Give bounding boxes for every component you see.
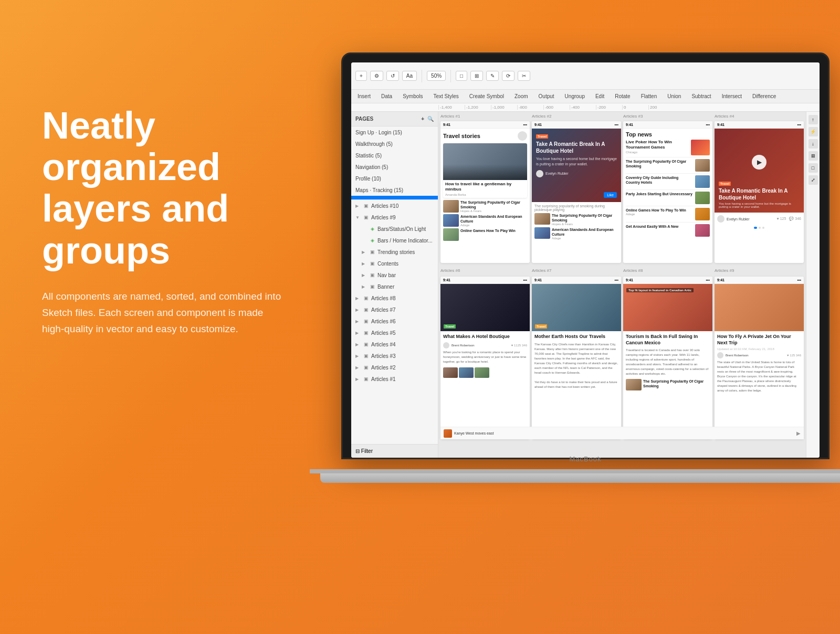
layer-articles-2-label: Articles #2	[371, 365, 434, 371]
right-icon-5[interactable]: □	[808, 163, 818, 173]
bottom-author-4: Brent Robertson	[726, 354, 749, 357]
play-btn-4[interactable]: ▶	[752, 155, 766, 170]
page-item-navigation[interactable]: Navigation (5)	[351, 161, 438, 173]
toolbar-insert-btn[interactable]: +	[355, 71, 367, 81]
news-title-3c: Coventry City Guide Including Country Ho…	[626, 175, 694, 185]
layer-navbar[interactable]: ▶ ▣ Nav bar	[351, 269, 438, 281]
page-item-statistic[interactable]: Statistic (5)	[351, 150, 438, 161]
group-icon-9: ▣	[363, 214, 369, 220]
layer-articles-7[interactable]: ▶ ▣ Articles #7	[351, 304, 438, 315]
bottom-status-3: 9:41 ▪▪▪	[623, 277, 712, 284]
toolbar-scissors-btn[interactable]: ✂	[518, 71, 530, 81]
menu-zoom[interactable]: Zoom	[512, 92, 530, 100]
pages-label: PAGES	[355, 116, 373, 122]
menu-rotate[interactable]: Rotate	[613, 92, 632, 100]
time-3: 9:41	[626, 123, 633, 126]
layer-articles-1[interactable]: ▶ ▣ Articles #1	[351, 373, 438, 385]
featured-title-2: Take A Romantic Break In A Boutique Hote…	[536, 141, 617, 154]
page-item-articles[interactable]: Articles (10)	[351, 196, 438, 200]
menu-intersect[interactable]: Intersect	[720, 92, 744, 100]
bottom-hero-1: Travel	[440, 284, 530, 331]
small-content-3: The Surprising Popularity Of Cigar Smoki…	[643, 379, 710, 390]
layer-bars-home[interactable]: ◈ Bars / Home Indicator...	[351, 235, 438, 246]
menu-ungroup[interactable]: Ungroup	[563, 92, 587, 100]
phone-status-2: 9:41 ▪▪▪	[532, 121, 621, 129]
layers-list[interactable]: ▶ ▣ Articles #10 ▼ ▣ Articles #9	[351, 200, 438, 444]
filter-icon[interactable]: ⊟ Filter	[355, 448, 373, 454]
layer-articles-9[interactable]: ▼ ▣ Articles #9	[351, 212, 438, 223]
menu-output[interactable]: Output	[537, 92, 556, 100]
layer-banner[interactable]: ▶ ▣ Banner	[351, 281, 438, 292]
news-meta-3e: Adage	[626, 213, 694, 216]
page-maps-label: Maps · Tracking (15)	[355, 187, 434, 193]
bottom-icons-4: ▪▪▪	[797, 278, 801, 282]
group-icon-contents: ▣	[369, 260, 375, 267]
news-item-3a: Live Poker How To Win Tournament Games C…	[626, 140, 710, 155]
menu-flatten[interactable]: Flatten	[639, 92, 659, 100]
page-item-walkthrough[interactable]: Walkthrough (5)	[351, 138, 438, 150]
text-4: You love having a second home but the mo…	[719, 202, 800, 208]
ruler-mark-2: -1,200	[465, 105, 491, 110]
small-img-1b	[443, 214, 459, 227]
dot-1	[759, 227, 761, 229]
layers-footer: ⊟ Filter	[351, 444, 438, 458]
pages-list[interactable]: Sign Up · Login (15) Walkthrough (5) Sta…	[351, 126, 438, 200]
right-icon-6[interactable]: ⤢	[808, 175, 818, 185]
small-meta-1a: Hopes & Fears	[460, 209, 527, 213]
layer-contents[interactable]: ▶ ▣ Contents	[351, 258, 438, 269]
layer-articles-8[interactable]: ▶ ▣ Articles #8	[351, 292, 438, 304]
featured-author-row-2: Evelyn Rubler	[536, 170, 617, 177]
pages-search-icon[interactable]: 🔍	[427, 116, 434, 122]
layer-articles-5[interactable]: ▶ ▣ Articles #5	[351, 327, 438, 339]
right-icon-1[interactable]: ↑	[808, 115, 818, 124]
menu-subtract[interactable]: Subtract	[689, 92, 713, 100]
toolbar-settings-btn[interactable]: ⚙	[370, 71, 383, 81]
page-item-signup[interactable]: Sign Up · Login (15)	[351, 126, 438, 138]
menu-text-styles[interactable]: Text Styles	[432, 92, 461, 100]
menu-insert[interactable]: Insert	[355, 92, 373, 100]
layer-articles-4[interactable]: ▶ ▣ Articles #4	[351, 339, 438, 350]
menu-data[interactable]: Data	[379, 92, 394, 100]
small-img-3	[626, 379, 642, 390]
layer-trending[interactable]: ▶ ▣ Trending stories	[351, 246, 438, 258]
group-icon-10: ▣	[363, 203, 369, 209]
hero-card-1: How to travel like a gentleman by minibu…	[443, 143, 527, 198]
toolbar-edit-btn[interactable]: ✎	[486, 71, 499, 81]
col2-label-4: Articles #9	[715, 268, 804, 273]
zoom-display[interactable]: 50%	[427, 71, 446, 81]
toolbar-ungroup-btn[interactable]: ⊞	[470, 71, 483, 81]
page-walkthrough-label: Walkthrough (5)	[355, 141, 434, 147]
menu-difference[interactable]: Difference	[750, 92, 778, 100]
menu-symbols[interactable]: Symbols	[401, 92, 425, 100]
layer-articles-10[interactable]: ▶ ▣ Articles #10	[351, 200, 438, 212]
layer-bars-status[interactable]: ◈ Bars/Status/On Light	[351, 223, 438, 235]
right-icon-2[interactable]: ⚡	[808, 127, 818, 136]
toolbar-refresh-btn[interactable]: ↺	[386, 71, 399, 81]
description-text: All components are named, sorted, and co…	[42, 288, 284, 337]
bottom-author-1: Brent Robertson	[452, 344, 475, 347]
toolbar-text-btn[interactable]: Aa	[402, 71, 417, 81]
group-icon-7: ▣	[363, 307, 369, 313]
right-icon-4[interactable]: ⊞	[808, 151, 818, 161]
small-meta-1b: Adage	[460, 224, 527, 227]
top-news-title: Top news	[626, 131, 710, 138]
toolbar-group-btn[interactable]: □	[456, 71, 467, 81]
layer-articles-2[interactable]: ▶ ▣ Articles #2	[351, 362, 438, 373]
menu-edit[interactable]: Edit	[593, 92, 606, 100]
toolbar-rotate-btn[interactable]: ⟳	[502, 71, 514, 81]
article2-sub-content: The surprising popularity of smoking dur…	[532, 202, 621, 244]
page-statistic-label: Statistic (5)	[355, 153, 434, 158]
page-item-profile[interactable]: Profile (10)	[351, 173, 438, 184]
menu-union[interactable]: Union	[665, 92, 683, 100]
layer-articles-3[interactable]: ▶ ▣ Articles #3	[351, 350, 438, 362]
hero-img-1	[443, 143, 527, 180]
right-icon-3[interactable]: ↓	[808, 139, 818, 149]
page-item-maps[interactable]: Maps · Tracking (15)	[351, 184, 438, 196]
layer-articles-7-label: Articles #7	[371, 307, 434, 313]
layer-home-label: Bars / Home Indicator...	[377, 238, 434, 244]
menu-create-symbol[interactable]: Create Symbol	[467, 92, 506, 100]
bottom-time-3: 9:41	[626, 278, 633, 282]
pages-add-btn[interactable]: +	[421, 116, 424, 122]
layer-articles-6[interactable]: ▶ ▣ Articles #6	[351, 315, 438, 327]
like-btn-2[interactable]: Like	[604, 192, 617, 198]
